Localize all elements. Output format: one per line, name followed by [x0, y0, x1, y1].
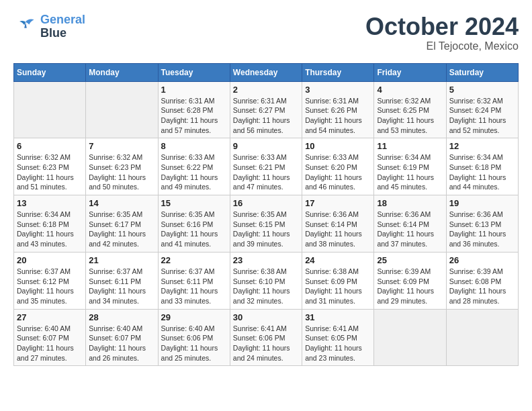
day-number: 28 [89, 312, 154, 322]
weekday-header-wednesday: Wednesday [230, 63, 302, 81]
day-number: 1 [161, 85, 227, 95]
day-info: Sunrise: 6:41 AMSunset: 6:05 PMDaylight:… [305, 324, 371, 363]
day-number: 30 [233, 312, 299, 322]
day-number: 8 [161, 141, 227, 151]
day-number: 14 [89, 198, 154, 208]
logo-bird-icon [13, 17, 38, 37]
day-info: Sunrise: 6:35 AMSunset: 6:15 PMDaylight:… [233, 210, 299, 249]
calendar-cell: 14Sunrise: 6:35 AMSunset: 6:17 PMDayligh… [86, 195, 158, 253]
day-info: Sunrise: 6:32 AMSunset: 6:23 PMDaylight:… [17, 152, 83, 192]
weekday-header-friday: Friday [374, 63, 446, 81]
day-number: 24 [305, 255, 371, 265]
day-info: Sunrise: 6:34 AMSunset: 6:18 PMDaylight:… [449, 152, 515, 192]
weekday-header-thursday: Thursday [302, 63, 374, 81]
calendar-cell: 4Sunrise: 6:32 AMSunset: 6:25 PMDaylight… [374, 81, 446, 138]
day-number: 9 [233, 141, 299, 151]
day-info: Sunrise: 6:35 AMSunset: 6:17 PMDaylight:… [89, 210, 154, 249]
day-number: 3 [305, 85, 371, 95]
day-number: 11 [377, 141, 443, 151]
calendar-cell: 25Sunrise: 6:39 AMSunset: 6:09 PMDayligh… [374, 252, 446, 309]
calendar-cell: 12Sunrise: 6:34 AMSunset: 6:18 PMDayligh… [446, 138, 518, 195]
calendar-cell: 19Sunrise: 6:36 AMSunset: 6:13 PMDayligh… [446, 195, 518, 253]
day-number: 10 [305, 141, 371, 151]
day-number: 27 [17, 312, 83, 322]
calendar-cell: 30Sunrise: 6:41 AMSunset: 6:06 PMDayligh… [230, 309, 302, 366]
calendar-week-row: 6Sunrise: 6:32 AMSunset: 6:23 PMDaylight… [14, 138, 519, 195]
calendar-cell: 10Sunrise: 6:33 AMSunset: 6:20 PMDayligh… [302, 138, 374, 195]
weekday-header-monday: Monday [86, 63, 158, 81]
calendar-cell: 27Sunrise: 6:40 AMSunset: 6:07 PMDayligh… [14, 309, 86, 366]
calendar-cell: 2Sunrise: 6:31 AMSunset: 6:27 PMDaylight… [230, 81, 302, 138]
day-info: Sunrise: 6:40 AMSunset: 6:06 PMDaylight:… [161, 324, 227, 363]
day-info: Sunrise: 6:39 AMSunset: 6:08 PMDaylight:… [449, 267, 515, 306]
logo-text: GeneralBlue [40, 13, 85, 40]
day-number: 2 [233, 85, 299, 95]
calendar-table: SundayMondayTuesdayWednesdayThursdayFrid… [13, 63, 519, 367]
calendar-cell [14, 81, 86, 138]
calendar-cell: 7Sunrise: 6:32 AMSunset: 6:23 PMDaylight… [86, 138, 158, 195]
day-info: Sunrise: 6:34 AMSunset: 6:18 PMDaylight:… [17, 210, 83, 249]
day-info: Sunrise: 6:40 AMSunset: 6:07 PMDaylight:… [17, 324, 83, 363]
calendar-cell: 31Sunrise: 6:41 AMSunset: 6:05 PMDayligh… [302, 309, 374, 366]
calendar-cell: 22Sunrise: 6:37 AMSunset: 6:11 PMDayligh… [158, 252, 230, 309]
calendar-cell: 24Sunrise: 6:38 AMSunset: 6:09 PMDayligh… [302, 252, 374, 309]
day-info: Sunrise: 6:33 AMSunset: 6:22 PMDaylight:… [161, 152, 227, 192]
day-number: 15 [161, 198, 227, 208]
title-block: October 2024 El Tejocote, Mexico [365, 13, 519, 52]
calendar-cell: 28Sunrise: 6:40 AMSunset: 6:07 PMDayligh… [86, 309, 158, 366]
day-number: 21 [89, 255, 154, 265]
day-number: 20 [17, 255, 83, 265]
calendar-cell: 16Sunrise: 6:35 AMSunset: 6:15 PMDayligh… [230, 195, 302, 253]
calendar-cell: 23Sunrise: 6:38 AMSunset: 6:10 PMDayligh… [230, 252, 302, 309]
day-number: 16 [233, 198, 299, 208]
calendar-cell: 3Sunrise: 6:31 AMSunset: 6:26 PMDaylight… [302, 81, 374, 138]
day-number: 4 [377, 85, 443, 95]
weekday-header-tuesday: Tuesday [158, 63, 230, 81]
weekday-header-row: SundayMondayTuesdayWednesdayThursdayFrid… [14, 63, 519, 81]
day-info: Sunrise: 6:32 AMSunset: 6:25 PMDaylight:… [377, 96, 443, 136]
calendar-cell: 5Sunrise: 6:32 AMSunset: 6:24 PMDaylight… [446, 81, 518, 138]
calendar-cell: 15Sunrise: 6:35 AMSunset: 6:16 PMDayligh… [158, 195, 230, 253]
calendar-cell: 6Sunrise: 6:32 AMSunset: 6:23 PMDaylight… [14, 138, 86, 195]
day-info: Sunrise: 6:36 AMSunset: 6:14 PMDaylight:… [305, 210, 371, 249]
day-number: 19 [449, 198, 515, 208]
day-number: 13 [17, 198, 83, 208]
day-number: 6 [17, 141, 83, 151]
weekday-header-sunday: Sunday [14, 63, 86, 81]
calendar-cell [86, 81, 158, 138]
day-info: Sunrise: 6:36 AMSunset: 6:14 PMDaylight:… [377, 210, 443, 249]
calendar-week-row: 13Sunrise: 6:34 AMSunset: 6:18 PMDayligh… [14, 195, 519, 253]
day-info: Sunrise: 6:41 AMSunset: 6:06 PMDaylight:… [233, 324, 299, 363]
day-info: Sunrise: 6:38 AMSunset: 6:10 PMDaylight:… [233, 267, 299, 306]
calendar-cell [374, 309, 446, 366]
calendar-week-row: 20Sunrise: 6:37 AMSunset: 6:12 PMDayligh… [14, 252, 519, 309]
calendar-cell: 9Sunrise: 6:33 AMSunset: 6:21 PMDaylight… [230, 138, 302, 195]
day-info: Sunrise: 6:32 AMSunset: 6:24 PMDaylight:… [449, 96, 515, 136]
day-info: Sunrise: 6:37 AMSunset: 6:11 PMDaylight:… [89, 267, 154, 306]
calendar-cell: 13Sunrise: 6:34 AMSunset: 6:18 PMDayligh… [14, 195, 86, 253]
day-number: 12 [449, 141, 515, 151]
calendar-cell: 20Sunrise: 6:37 AMSunset: 6:12 PMDayligh… [14, 252, 86, 309]
weekday-header-saturday: Saturday [446, 63, 518, 81]
calendar-cell: 29Sunrise: 6:40 AMSunset: 6:06 PMDayligh… [158, 309, 230, 366]
day-number: 29 [161, 312, 227, 322]
day-info: Sunrise: 6:31 AMSunset: 6:28 PMDaylight:… [161, 96, 227, 136]
calendar-cell: 17Sunrise: 6:36 AMSunset: 6:14 PMDayligh… [302, 195, 374, 253]
day-number: 23 [233, 255, 299, 265]
day-info: Sunrise: 6:32 AMSunset: 6:23 PMDaylight:… [89, 152, 154, 192]
day-number: 26 [449, 255, 515, 265]
day-info: Sunrise: 6:33 AMSunset: 6:21 PMDaylight:… [233, 152, 299, 192]
logo: GeneralBlue [13, 13, 85, 40]
calendar-cell: 18Sunrise: 6:36 AMSunset: 6:14 PMDayligh… [374, 195, 446, 253]
calendar-cell: 11Sunrise: 6:34 AMSunset: 6:19 PMDayligh… [374, 138, 446, 195]
day-info: Sunrise: 6:33 AMSunset: 6:20 PMDaylight:… [305, 152, 371, 192]
day-number: 18 [377, 198, 443, 208]
day-info: Sunrise: 6:37 AMSunset: 6:11 PMDaylight:… [161, 267, 227, 306]
month-title: October 2024 [365, 13, 519, 40]
location-subtitle: El Tejocote, Mexico [365, 40, 519, 52]
day-number: 5 [449, 85, 515, 95]
day-info: Sunrise: 6:38 AMSunset: 6:09 PMDaylight:… [305, 267, 371, 306]
page-header: GeneralBlue October 2024 El Tejocote, Me… [13, 13, 519, 52]
calendar-cell [446, 309, 518, 366]
day-info: Sunrise: 6:31 AMSunset: 6:27 PMDaylight:… [233, 96, 299, 136]
